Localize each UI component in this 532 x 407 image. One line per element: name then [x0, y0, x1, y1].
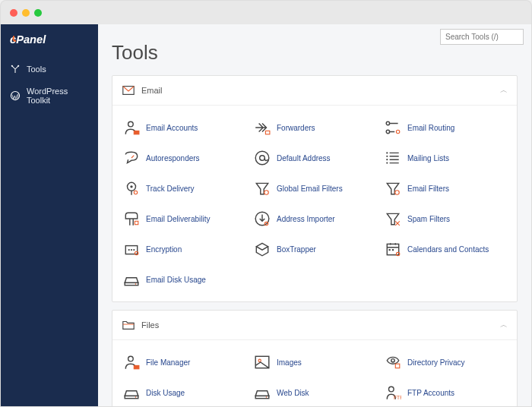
- section-header-files[interactable]: Files ︿: [112, 311, 517, 340]
- minimize-window-icon[interactable]: [22, 9, 30, 17]
- svg-point-39: [17, 65, 19, 67]
- tool-item-web-disk[interactable]: Web Disk: [251, 380, 378, 405]
- tool-item-default-address[interactable]: Default Address: [251, 145, 378, 171]
- sidebar-item-wordpress[interactable]: WordPress Toolkit: [1, 80, 98, 111]
- tool-item-label: Track Delivery: [146, 185, 195, 193]
- tool-item-label: Email Routing: [407, 124, 454, 132]
- tool-item-disk-usage[interactable]: Disk Usage: [120, 380, 248, 405]
- chevron-up-icon: ︿: [500, 85, 508, 96]
- user-icon: [123, 119, 140, 136]
- tool-item-address-importer[interactable]: Address Importer: [251, 206, 378, 232]
- tool-item-label: FTP Accounts: [407, 389, 454, 397]
- tool-item-label: Web Disk: [277, 389, 309, 397]
- section-header-email[interactable]: Email ︿: [112, 76, 517, 106]
- close-window-icon[interactable]: [10, 9, 17, 17]
- browser-chrome: [0, 0, 532, 24]
- tool-item-calendars-and-contacts[interactable]: Calendars and Contacts: [382, 236, 509, 262]
- disk-icon: [123, 384, 140, 401]
- import-icon: [254, 210, 271, 227]
- encrypt-icon: [123, 241, 140, 257]
- svg-point-38: [11, 65, 13, 67]
- route-icon: [385, 119, 401, 136]
- tool-item-label: Autoresponders: [146, 154, 200, 162]
- tool-item-track-delivery[interactable]: Track Delivery: [120, 175, 248, 201]
- tool-item-label: Email Filters: [407, 185, 449, 193]
- tool-item-encryption[interactable]: Encryption: [120, 236, 248, 262]
- disk-icon: [123, 271, 140, 288]
- tool-item-label: Directory Privacy: [407, 358, 465, 367]
- section-label: Files: [141, 320, 494, 330]
- tool-item-label: Email Deliverability: [146, 215, 210, 223]
- section-email: Email ︿ Email AccountsForwardersEmail Ro…: [112, 75, 518, 302]
- chevron-up-icon: ︿: [500, 320, 508, 330]
- tool-item-label: Spam Filters: [407, 215, 450, 223]
- maximize-window-icon[interactable]: [34, 9, 42, 17]
- tool-item-email-deliverability[interactable]: Email Deliverability: [120, 206, 248, 232]
- funnel-icon: [385, 180, 401, 197]
- autorespond-icon: [123, 150, 140, 166]
- list-icon: [385, 150, 401, 166]
- funnel-icon: [254, 180, 271, 197]
- tools-icon: [10, 64, 21, 74]
- tool-item-label: Encryption: [146, 245, 182, 254]
- tool-item-email-disk-usage[interactable]: Email Disk Usage: [120, 267, 248, 292]
- tool-item-directory-privacy[interactable]: Directory Privacy: [382, 349, 509, 375]
- tool-item-email-filters[interactable]: Email Filters: [382, 175, 509, 201]
- svg-text:cPanel: cPanel: [10, 33, 46, 46]
- tool-item-global-email-filters[interactable]: Global Email Filters: [251, 175, 378, 201]
- at-icon: [254, 150, 271, 166]
- tool-item-label: File Manager: [146, 358, 190, 367]
- box-icon: [254, 241, 271, 257]
- tool-item-ftp-accounts[interactable]: FTP Accounts: [382, 380, 509, 405]
- tool-item-email-accounts[interactable]: Email Accounts: [120, 115, 248, 140]
- spam-icon: [385, 210, 401, 227]
- tool-item-label: Disk Usage: [146, 389, 185, 397]
- tool-item-forwarders[interactable]: Forwarders: [251, 115, 378, 140]
- disk-icon: [254, 384, 271, 401]
- wordpress-icon: [10, 90, 21, 101]
- tool-item-spam-filters[interactable]: Spam Filters: [382, 206, 509, 232]
- folder-icon: [122, 318, 135, 332]
- tool-item-autoresponders[interactable]: Autoresponders: [120, 145, 248, 171]
- tool-item-mailing-lists[interactable]: Mailing Lists: [382, 145, 509, 171]
- search-input[interactable]: [440, 29, 524, 45]
- tool-item-label: Email Accounts: [146, 124, 198, 132]
- ftp-icon: [385, 384, 401, 401]
- tool-item-label: Forwarders: [277, 124, 315, 132]
- sidebar: cPanel Tools WordPress Toolkit: [1, 24, 98, 406]
- mail-icon: [122, 84, 135, 97]
- tool-item-images[interactable]: Images: [251, 349, 378, 375]
- mailbox-icon: [123, 210, 140, 227]
- sidebar-item-label: Tools: [27, 65, 46, 74]
- tool-item-label: Global Email Filters: [277, 185, 343, 193]
- image-icon: [254, 354, 271, 371]
- brand-logo: cPanel: [1, 24, 98, 58]
- user-icon: [123, 354, 140, 371]
- section-label: Email: [141, 86, 494, 95]
- tool-item-label: Calendars and Contacts: [407, 245, 489, 254]
- tool-item-label: Mailing Lists: [407, 154, 449, 162]
- tool-item-label: Email Disk Usage: [146, 276, 206, 284]
- tool-item-label: Images: [277, 358, 302, 367]
- privacy-icon: [385, 354, 401, 371]
- sidebar-item-label: WordPress Toolkit: [27, 87, 89, 105]
- tool-item-email-routing[interactable]: Email Routing: [382, 115, 509, 140]
- track-icon: [123, 180, 140, 197]
- main-content: Tools Email ︿ Email AccountsForwardersEm…: [98, 24, 531, 406]
- tool-item-boxtrapper[interactable]: BoxTrapper: [251, 236, 378, 262]
- forward-icon: [254, 119, 271, 136]
- tool-item-label: Default Address: [277, 154, 331, 162]
- section-files: Files ︿ File ManagerImagesDirectory Priv…: [112, 310, 518, 406]
- calendar-icon: [385, 241, 401, 257]
- tool-item-label: Address Importer: [277, 215, 335, 223]
- tool-item-label: BoxTrapper: [277, 245, 316, 254]
- tool-item-file-manager[interactable]: File Manager: [120, 349, 248, 375]
- sidebar-item-tools[interactable]: Tools: [1, 58, 98, 80]
